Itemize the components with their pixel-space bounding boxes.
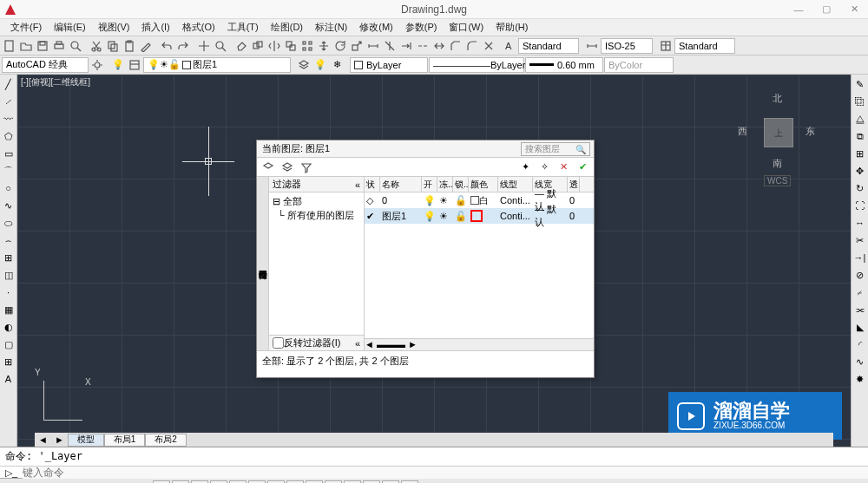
am-toggle[interactable]: [401, 480, 418, 484]
match-icon[interactable]: [138, 38, 154, 54]
menu-draw[interactable]: 绘图(D): [267, 21, 306, 34]
offset2-icon[interactable]: ⧉: [852, 128, 868, 144]
polygon-icon[interactable]: ⬠: [1, 128, 16, 144]
line-icon[interactable]: ╱: [1, 76, 16, 92]
viewport-label[interactable]: [-][俯视][二维线框]: [21, 76, 90, 88]
layer-name[interactable]: 图层1: [380, 210, 422, 223]
color-swatch[interactable]: [470, 196, 479, 205]
scale2-icon[interactable]: ⛶: [852, 198, 868, 213]
circle-icon[interactable]: ○: [1, 180, 16, 196]
mtext-icon[interactable]: A: [1, 371, 16, 387]
on-icon[interactable]: 💡: [422, 195, 437, 206]
menu-tools[interactable]: 工具(T): [224, 21, 262, 34]
dialog-side-tab[interactable]: 图层特性管理器: [257, 177, 269, 350]
filter-used[interactable]: 所有使用的图层: [287, 210, 354, 220]
fillet-icon[interactable]: [464, 38, 480, 54]
save-icon[interactable]: [35, 38, 50, 54]
col-ltype[interactable]: 线型: [498, 177, 533, 192]
linetype-dropdown[interactable]: —————— ByLayer: [429, 57, 524, 73]
drawing-canvas[interactable]: [-][俯视][二维线框] 北 南 西 东 上 WCS Y X 当前图层: 图层…: [17, 75, 851, 447]
layer-dropdown[interactable]: 💡☀🔓图层1: [143, 57, 291, 73]
ellipse-icon[interactable]: ⬭: [1, 215, 16, 231]
zoom-icon[interactable]: [213, 38, 228, 54]
table-icon[interactable]: [658, 38, 674, 54]
pan-icon[interactable]: [196, 38, 212, 54]
dim-icon[interactable]: [584, 38, 600, 54]
trim-icon[interactable]: [382, 38, 398, 54]
gradient-icon[interactable]: ◐: [1, 319, 16, 335]
spline-icon[interactable]: ∿: [1, 198, 16, 213]
layers-icon[interactable]: [296, 57, 312, 73]
lock-icon[interactable]: 🔓: [453, 195, 469, 206]
tab-layout1[interactable]: 布局1: [104, 434, 146, 447]
copy2-icon[interactable]: [250, 38, 266, 54]
chamfer2-icon[interactable]: ◣: [852, 319, 868, 335]
deletelayer-icon[interactable]: ✕: [556, 160, 571, 175]
sc-toggle[interactable]: [382, 480, 399, 484]
textstyle-dropdown[interactable]: Standard: [518, 38, 579, 54]
rect-icon[interactable]: ▭: [1, 146, 16, 161]
undo-icon[interactable]: [159, 38, 174, 54]
layeriso-icon[interactable]: 💡: [110, 57, 126, 73]
color-cell[interactable]: [469, 210, 498, 222]
menu-modify[interactable]: 修改(M): [356, 21, 397, 34]
open-icon[interactable]: [18, 38, 34, 54]
col-status[interactable]: 状: [365, 177, 380, 192]
blend-icon[interactable]: ∿: [852, 354, 868, 369]
trans-cell[interactable]: 0: [568, 211, 580, 221]
insert-icon[interactable]: ⊞: [1, 250, 16, 265]
erase2-icon[interactable]: ✎: [852, 76, 868, 92]
join-icon[interactable]: [431, 38, 447, 54]
menu-format[interactable]: 格式(O): [179, 21, 219, 34]
ltype-cell[interactable]: Conti...: [498, 195, 533, 206]
otrack-toggle[interactable]: [267, 480, 285, 484]
ltype-cell[interactable]: Conti...: [498, 211, 533, 221]
offset-icon[interactable]: [283, 38, 299, 54]
pline-icon[interactable]: ⟋: [1, 94, 16, 109]
stretch-icon[interactable]: [365, 38, 381, 54]
text-icon[interactable]: A: [502, 38, 517, 54]
trim2-icon[interactable]: ✂: [852, 232, 868, 248]
lock-icon[interactable]: 🔓: [453, 211, 469, 222]
workspace-dropdown[interactable]: AutoCAD 经典: [2, 57, 89, 73]
col-lock[interactable]: 锁...: [453, 177, 469, 192]
explode2-icon[interactable]: ✸: [852, 371, 868, 387]
layer-search-input[interactable]: 搜索图层 🔍: [521, 142, 590, 156]
break-icon[interactable]: [415, 38, 431, 54]
current-icon[interactable]: ✔: [575, 160, 590, 175]
dialog-title-bar[interactable]: 当前图层: 图层1 搜索图层 🔍: [257, 140, 594, 158]
freeze-icon[interactable]: ☀: [437, 195, 453, 206]
point-icon[interactable]: ·: [1, 284, 16, 300]
menu-dim[interactable]: 标注(N): [312, 21, 351, 34]
grid-toggle[interactable]: [172, 480, 189, 484]
mirror2-icon[interactable]: ⧋: [852, 111, 868, 127]
layer-properties-dialog[interactable]: 当前图层: 图层1 搜索图层 🔍 ✦ ✧ ✕ ✔ 图层特性管理器: [256, 140, 595, 378]
ellipsearc-icon[interactable]: ⌢: [1, 232, 16, 248]
array-icon[interactable]: [299, 38, 315, 54]
rotate-icon[interactable]: [332, 38, 348, 54]
dyn-toggle[interactable]: [306, 480, 323, 484]
layeroff-icon[interactable]: 💡: [312, 57, 328, 73]
extend-icon[interactable]: [398, 38, 414, 54]
col-name[interactable]: 名称: [380, 177, 422, 192]
move2-icon[interactable]: ✥: [852, 163, 868, 179]
menu-insert[interactable]: 插入(I): [138, 21, 173, 34]
preview-icon[interactable]: [68, 38, 83, 54]
dimstyle-dropdown[interactable]: ISO-25: [601, 38, 653, 54]
tablestyle-dropdown[interactable]: Standard: [674, 38, 735, 54]
menu-help[interactable]: 帮助(H): [492, 21, 531, 34]
scale-icon[interactable]: [349, 38, 365, 54]
breakat-icon[interactable]: ⌿: [852, 284, 868, 300]
layerprop-icon[interactable]: [127, 57, 142, 73]
table2-icon[interactable]: ⊞: [1, 354, 16, 369]
view-cube-top[interactable]: 上: [764, 118, 793, 147]
polyline-icon[interactable]: 〰: [1, 111, 16, 127]
lwt-toggle[interactable]: [325, 480, 342, 484]
osnap-toggle[interactable]: [229, 480, 247, 484]
lw-cell[interactable]: — 默认: [533, 203, 568, 229]
col-freeze[interactable]: 冻...: [437, 177, 453, 192]
hatch-icon[interactable]: ▦: [1, 302, 16, 317]
redo-icon[interactable]: [175, 38, 191, 54]
menu-edit[interactable]: 编辑(E): [50, 21, 89, 34]
ducs-toggle[interactable]: [286, 480, 304, 484]
